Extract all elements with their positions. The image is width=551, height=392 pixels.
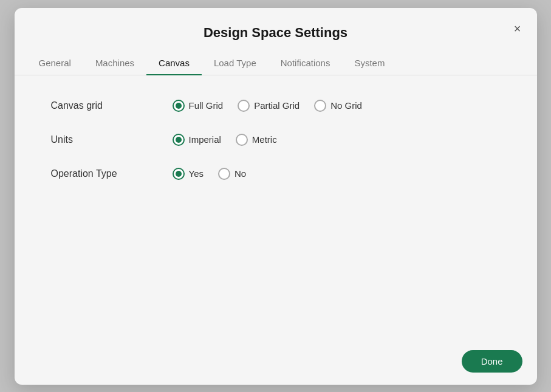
tab-machines[interactable]: Machines <box>83 52 146 75</box>
canvas-grid-label: Canvas grid <box>51 100 173 111</box>
tab-general[interactable]: General <box>27 52 83 75</box>
units-metric-label: Metric <box>252 134 277 145</box>
canvas-grid-options: Full Grid Partial Grid No Grid <box>173 100 362 112</box>
operation-type-yes-radio[interactable] <box>173 168 185 180</box>
canvas-grid-partial-grid-radio[interactable] <box>238 100 250 112</box>
tab-system[interactable]: System <box>342 52 397 75</box>
done-button[interactable]: Done <box>462 350 522 373</box>
units-row: Units Imperial Metric <box>51 134 501 146</box>
units-imperial-label: Imperial <box>189 134 221 145</box>
operation-type-yes-label: Yes <box>189 168 204 179</box>
canvas-grid-full-grid-option[interactable]: Full Grid <box>173 100 224 112</box>
tab-canvas[interactable]: Canvas <box>146 52 202 75</box>
operation-type-label: Operation Type <box>51 168 173 179</box>
canvas-grid-no-grid-label: No Grid <box>330 100 362 111</box>
units-imperial-radio[interactable] <box>173 134 185 146</box>
design-space-settings-modal: Design Space Settings × General Machines… <box>15 8 537 385</box>
operation-type-row: Operation Type Yes No <box>51 168 501 180</box>
canvas-grid-partial-grid-option[interactable]: Partial Grid <box>238 100 299 112</box>
modal-header: Design Space Settings × <box>15 8 537 41</box>
settings-content: Canvas grid Full Grid Partial Grid No Gr… <box>15 75 537 226</box>
units-label: Units <box>51 134 173 145</box>
canvas-grid-no-grid-option[interactable]: No Grid <box>314 100 362 112</box>
canvas-grid-partial-grid-label: Partial Grid <box>254 100 299 111</box>
tab-bar: General Machines Canvas Load Type Notifi… <box>15 52 537 75</box>
close-button[interactable]: × <box>510 21 525 36</box>
operation-type-no-radio[interactable] <box>218 168 230 180</box>
operation-type-no-option[interactable]: No <box>218 168 246 180</box>
units-imperial-option[interactable]: Imperial <box>173 134 221 146</box>
units-metric-radio[interactable] <box>236 134 248 146</box>
done-button-container: Done <box>462 350 522 373</box>
operation-type-no-label: No <box>234 168 246 179</box>
modal-title: Design Space Settings <box>204 25 347 41</box>
units-options: Imperial Metric <box>173 134 277 146</box>
units-metric-option[interactable]: Metric <box>236 134 277 146</box>
tab-notifications[interactable]: Notifications <box>269 52 343 75</box>
canvas-grid-full-grid-label: Full Grid <box>189 100 224 111</box>
operation-type-options: Yes No <box>173 168 247 180</box>
canvas-grid-row: Canvas grid Full Grid Partial Grid No Gr… <box>51 100 501 112</box>
canvas-grid-full-grid-radio[interactable] <box>173 100 185 112</box>
canvas-grid-no-grid-radio[interactable] <box>314 100 326 112</box>
operation-type-yes-option[interactable]: Yes <box>173 168 204 180</box>
tab-load-type[interactable]: Load Type <box>202 52 269 75</box>
